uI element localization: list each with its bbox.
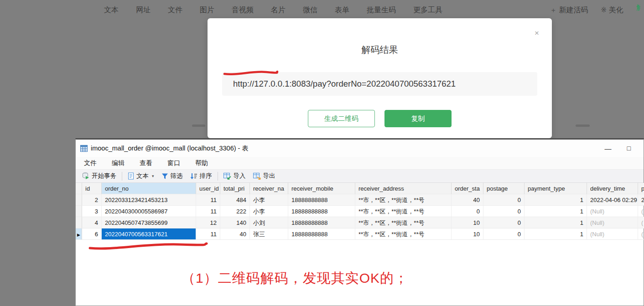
cell-total-price[interactable]: 140 [220, 217, 250, 228]
export-button[interactable]: 导出 [249, 172, 279, 180]
cell-delivery-time[interactable]: (Null) [587, 217, 638, 228]
col-header-postage[interactable]: postage [483, 183, 525, 194]
cell-total-price[interactable]: 40 [220, 228, 250, 240]
col-header-id[interactable]: id [82, 183, 102, 194]
cell-receiver-mobile[interactable]: 18888888888 [288, 194, 355, 206]
col-header-total-price[interactable]: total_pri [220, 183, 250, 194]
cell-delivery-time[interactable]: (Null) [587, 228, 638, 240]
cell-payment-type[interactable]: 1 [525, 206, 587, 217]
cell-receiver-mobile[interactable]: 18888888888 [288, 228, 355, 240]
menu-window[interactable]: 窗口 [167, 159, 180, 167]
col-header-receiver-mobile[interactable]: receiver_mobile [288, 183, 355, 194]
cell-order-no[interactable]: 2022040507473855699 [102, 217, 196, 228]
cell-payment-type[interactable]: 1 [525, 217, 587, 228]
cell-user-id[interactable]: 12 [196, 217, 220, 228]
nav-tab-batch-code[interactable]: 批量生码 [367, 5, 396, 15]
nav-tab-text[interactable]: 文本 [104, 5, 119, 15]
cell-delivery-time[interactable]: (Null) [587, 206, 638, 217]
cell-id[interactable]: 6 [82, 228, 102, 240]
cell-receiver-address[interactable]: **市，**区，**街道，**号 [355, 206, 452, 217]
menu-view[interactable]: 查看 [140, 159, 152, 167]
text-view-button[interactable]: 文本 ▾ [124, 172, 158, 180]
copy-button[interactable]: 复制 [384, 110, 452, 127]
nav-tab-form[interactable]: 表单 [335, 5, 349, 15]
col-header-receiver-address[interactable]: receiver_address [355, 183, 452, 194]
menu-bar: 文件 编辑 查看 窗口 帮助 [76, 157, 644, 170]
menu-file[interactable]: 文件 [84, 159, 97, 167]
cell-total-price[interactable]: 222 [220, 206, 250, 217]
col-header-user-id[interactable]: user_id [196, 183, 220, 194]
cell-user-id[interactable]: 11 [196, 194, 220, 206]
cell-order-status[interactable]: 0 [452, 206, 483, 217]
cell-id[interactable]: 2 [82, 194, 102, 206]
generate-qr-button[interactable]: 生成二维码 [308, 110, 375, 127]
cell-receiver-address[interactable]: **市，**区，**街道，**号 [355, 194, 452, 206]
col-header-payment-type[interactable]: payment_type [525, 183, 587, 194]
row-gutter-current[interactable]: ▶ [76, 228, 82, 240]
cell-order-status[interactable]: 10 [452, 228, 483, 240]
row-gutter[interactable] [76, 217, 82, 228]
col-header-clipped[interactable]: p [638, 183, 644, 194]
nav-tab-image[interactable]: 图片 [200, 5, 214, 15]
cell-user-id[interactable]: 11 [196, 228, 220, 240]
nav-tab-card[interactable]: 名片 [271, 5, 286, 15]
nav-tab-more-tools[interactable]: 更多工具 [413, 5, 442, 15]
cell-postage[interactable]: 0 [483, 217, 525, 228]
cell-receiver-mobile[interactable]: 18888888888 [288, 217, 355, 228]
nav-tab-file[interactable]: 文件 [168, 5, 182, 15]
cell-receiver-address[interactable]: **市，**区，**街道，**号 [355, 228, 452, 240]
cell-receiver-name[interactable]: 小刘 [250, 217, 288, 228]
cell-clipped[interactable]: ( [638, 206, 644, 217]
col-header-order-status[interactable]: order_sta [452, 183, 483, 194]
beautify-button[interactable]: ※ 美化 [601, 5, 623, 15]
maximize-icon[interactable]: □ [627, 145, 631, 151]
sort-button[interactable]: 排序 [187, 172, 216, 180]
import-button[interactable]: 导入 [220, 172, 249, 180]
nav-actions: ＋ 新建活码 ※ 美化 解 [550, 0, 640, 20]
minimize-icon[interactable]: — [605, 145, 612, 152]
nav-tab-url[interactable]: 网址 [136, 5, 151, 15]
cell-clipped[interactable]: ( [638, 228, 644, 240]
decoded-url-field[interactable]: http://127.0.0.1:8083/pay?orderNo=202204… [222, 72, 537, 96]
new-live-code-button[interactable]: ＋ 新建活码 [550, 5, 588, 15]
cell-id[interactable]: 3 [82, 206, 102, 217]
begin-transaction-button[interactable]: 开始事务 [78, 172, 120, 180]
cell-user-id[interactable]: 11 [196, 206, 220, 217]
nav-tab-media[interactable]: 音视频 [232, 5, 254, 15]
cell-postage[interactable]: 0 [483, 228, 525, 240]
cell-clipped[interactable]: ( [638, 217, 644, 228]
menu-help[interactable]: 帮助 [195, 159, 208, 167]
col-header-delivery-time[interactable]: delivery_time [587, 183, 638, 194]
cell-postage[interactable]: 0 [483, 194, 525, 206]
row-gutter[interactable] [76, 206, 82, 217]
import-table-icon [223, 173, 231, 180]
cell-order-no-selected[interactable]: 2022040700563317621 [102, 228, 196, 240]
cell-postage[interactable]: 0 [483, 206, 525, 217]
cell-payment-type[interactable]: 1 [525, 194, 587, 206]
cell-payment-type[interactable]: 1 [525, 228, 587, 240]
cell-order-no[interactable]: 2022040300005586987 [102, 206, 196, 217]
cell-receiver-name[interactable]: 张三 [250, 228, 288, 240]
close-icon[interactable]: × [535, 29, 539, 37]
cell-order-status[interactable]: 40 [452, 194, 483, 206]
menu-edit[interactable]: 编辑 [112, 159, 125, 167]
col-header-receiver-name[interactable]: receiver_na [250, 183, 288, 194]
window-titlebar[interactable]: imooc_mall_order @imooc_mall (localhost_… [76, 140, 644, 157]
cell-delivery-time[interactable]: 2022-04-06 02:29 [587, 194, 638, 206]
cell-receiver-mobile[interactable]: 18888888888 [288, 206, 355, 217]
cell-receiver-address[interactable]: **市，**区，**街道，**号 [355, 217, 452, 228]
row-gutter[interactable] [76, 194, 82, 206]
nav-tab-wechat[interactable]: 微信 [303, 5, 317, 15]
cell-order-status[interactable]: 10 [452, 217, 483, 228]
cell-id[interactable]: 4 [82, 217, 102, 228]
cell-order-no[interactable]: 2022033123421453213 [102, 194, 196, 206]
cell-receiver-name[interactable]: 小李 [250, 194, 288, 206]
sort-icon [190, 173, 197, 180]
clipped-edge-tab[interactable]: 解 [636, 3, 640, 17]
cell-total-price[interactable]: 484 [220, 194, 250, 206]
cell-clipped[interactable]: 2 [638, 194, 644, 206]
cell-receiver-name[interactable]: 小李 [250, 206, 288, 217]
col-header-order-no[interactable]: order_no [102, 183, 196, 194]
text-view-label: 文本 [136, 172, 149, 180]
filter-button[interactable]: 筛选 [158, 172, 187, 180]
